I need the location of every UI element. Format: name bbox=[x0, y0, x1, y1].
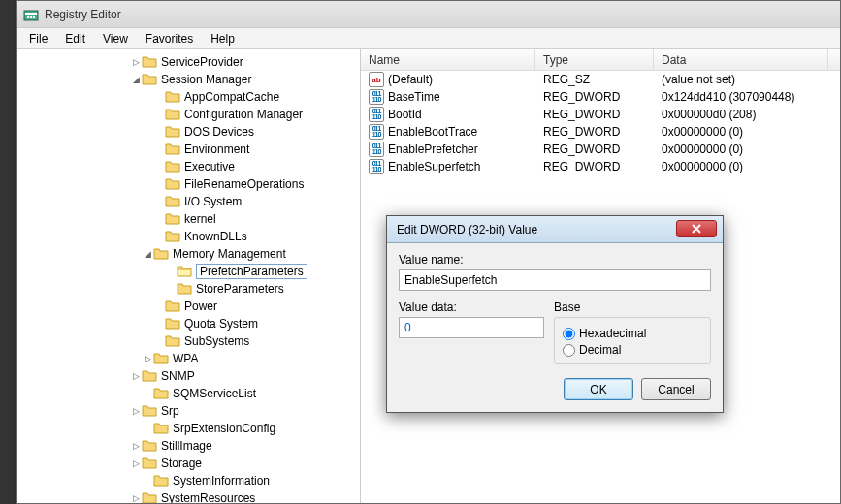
base-label: Base bbox=[554, 300, 711, 314]
tree-item-label: SystemInformation bbox=[173, 474, 274, 488]
tree-item[interactable]: ▷SystemResources bbox=[17, 489, 360, 503]
expand-icon[interactable]: ▷ bbox=[142, 354, 153, 363]
svg-point-2 bbox=[27, 16, 29, 17]
col-name[interactable]: Name bbox=[361, 49, 535, 70]
tree-item[interactable]: AppCompatCache bbox=[17, 88, 360, 106]
tree-item[interactable]: SubSystems bbox=[17, 332, 360, 350]
value-name: EnableSuperfetch bbox=[388, 160, 480, 173]
tree-item[interactable]: PrefetchParameters bbox=[17, 263, 360, 280]
list-row[interactable]: 011110BootIdREG_DWORD0x000000d0 (208) bbox=[361, 106, 840, 123]
tree-item[interactable]: SrpExtensionConfig bbox=[17, 420, 360, 437]
tree-item[interactable]: Quota System bbox=[17, 315, 360, 332]
tree-item-label: Session Manager bbox=[161, 73, 255, 86]
value-name: (Default) bbox=[388, 73, 433, 86]
tree-item-label: SrpExtensionConfig bbox=[173, 422, 279, 435]
dec-radio[interactable] bbox=[563, 344, 575, 357]
expand-icon[interactable]: ◢ bbox=[130, 75, 142, 84]
value-name-label: Value name: bbox=[399, 253, 711, 267]
tree-item[interactable]: Executive bbox=[17, 158, 360, 175]
tree-item[interactable]: ▷StillImage bbox=[17, 437, 360, 455]
menu-view[interactable]: View bbox=[95, 30, 136, 47]
svg-rect-1 bbox=[25, 13, 37, 15]
tree-item-label: Srp bbox=[161, 404, 183, 418]
list-row[interactable]: 011110EnablePrefetcherREG_DWORD0x0000000… bbox=[361, 141, 840, 158]
tree-item-label: StoreParameters bbox=[196, 282, 288, 296]
dword-value-icon: 011110 bbox=[369, 159, 384, 174]
tree-item-label: SystemResources bbox=[161, 491, 259, 503]
tree-item-label: Power bbox=[184, 299, 221, 313]
list-body: ab(Default)REG_SZ(value not set)011110Ba… bbox=[361, 71, 840, 175]
tree-item[interactable]: DOS Devices bbox=[17, 123, 360, 141]
tree-item[interactable]: ▷Srp bbox=[17, 402, 360, 420]
value-data: (value not set) bbox=[654, 73, 828, 86]
expand-icon[interactable]: ▷ bbox=[130, 57, 142, 67]
value-data: 0x124dd410 (307090448) bbox=[654, 90, 828, 104]
dword-value-icon: 011110 bbox=[369, 124, 384, 140]
value-name-field[interactable] bbox=[399, 269, 711, 291]
edit-dword-dialog: Edit DWORD (32-bit) Value Value name: Va… bbox=[386, 215, 724, 413]
base-groupbox: Hexadecimal Decimal bbox=[554, 317, 711, 364]
list-row[interactable]: 011110EnableBootTraceREG_DWORD0x00000000… bbox=[361, 123, 840, 141]
menu-edit[interactable]: Edit bbox=[57, 30, 93, 47]
dialog-titlebar[interactable]: Edit DWORD (32-bit) Value bbox=[387, 216, 723, 243]
tree-item[interactable]: ▷WPA bbox=[17, 350, 360, 367]
value-name: EnableBootTrace bbox=[388, 125, 477, 139]
col-type[interactable]: Type bbox=[535, 49, 654, 70]
expand-icon[interactable]: ◢ bbox=[142, 249, 153, 259]
hex-radio[interactable] bbox=[563, 328, 575, 340]
tree-item[interactable]: Configuration Manager bbox=[17, 106, 360, 123]
tree-item[interactable]: ◢Session Manager bbox=[17, 71, 360, 88]
value-type: REG_DWORD bbox=[535, 160, 654, 173]
tree-item[interactable]: ▷ServiceProvider bbox=[17, 53, 360, 71]
expand-icon[interactable]: ▷ bbox=[130, 458, 142, 468]
tree-item[interactable]: SQMServiceList bbox=[17, 385, 360, 402]
value-type: REG_DWORD bbox=[535, 142, 654, 156]
dec-label: Decimal bbox=[579, 343, 621, 357]
tree-item-label: WPA bbox=[173, 352, 202, 365]
value-name: BaseTime bbox=[388, 90, 440, 104]
tree-item[interactable]: Power bbox=[17, 298, 360, 315]
value-type: REG_DWORD bbox=[535, 108, 654, 121]
menubar: File Edit View Favorites Help bbox=[17, 28, 840, 49]
col-data[interactable]: Data bbox=[654, 49, 828, 70]
tree-pane[interactable]: ▷ServiceProvider◢Session ManagerAppCompa… bbox=[17, 49, 361, 503]
tree-item[interactable]: KnownDLLs bbox=[17, 228, 360, 245]
ok-button[interactable]: OK bbox=[564, 378, 633, 400]
dialog-title: Edit DWORD (32-bit) Value bbox=[397, 223, 537, 236]
value-data: 0x00000000 (0) bbox=[654, 125, 828, 139]
tree-item[interactable]: kernel bbox=[17, 210, 360, 228]
titlebar[interactable]: Registry Editor bbox=[17, 1, 840, 28]
expand-icon[interactable]: ▷ bbox=[130, 371, 142, 381]
window-title: Registry Editor bbox=[45, 8, 121, 21]
expand-icon[interactable]: ▷ bbox=[130, 406, 142, 416]
tree-item-label: Executive bbox=[184, 160, 239, 173]
dword-value-icon: 011110 bbox=[369, 89, 384, 105]
expand-icon[interactable]: ▷ bbox=[130, 493, 142, 503]
close-button[interactable] bbox=[676, 220, 717, 237]
tree-item[interactable]: ▷SNMP bbox=[17, 367, 360, 385]
menu-file[interactable]: File bbox=[21, 30, 55, 47]
tree-item[interactable]: SystemInformation bbox=[17, 472, 360, 489]
value-type: REG_DWORD bbox=[535, 125, 654, 139]
list-row[interactable]: ab(Default)REG_SZ(value not set) bbox=[361, 71, 840, 88]
tree-item[interactable]: Environment bbox=[17, 141, 360, 158]
tree-item-label: I/O System bbox=[184, 195, 245, 208]
cancel-button[interactable]: Cancel bbox=[641, 378, 711, 400]
string-value-icon: ab bbox=[369, 72, 384, 87]
tree-item[interactable]: FileRenameOperations bbox=[17, 175, 360, 193]
value-data-field[interactable] bbox=[399, 317, 544, 338]
tree-item[interactable]: StoreParameters bbox=[17, 280, 360, 298]
tree-item[interactable]: ◢Memory Management bbox=[17, 245, 360, 263]
list-row[interactable]: 011110EnableSuperfetchREG_DWORD0x0000000… bbox=[361, 158, 840, 175]
value-data-label: Value data: bbox=[399, 300, 544, 314]
menu-help[interactable]: Help bbox=[203, 30, 243, 47]
menu-favorites[interactable]: Favorites bbox=[138, 30, 201, 47]
expand-icon[interactable]: ▷ bbox=[130, 441, 142, 451]
svg-point-3 bbox=[30, 16, 32, 17]
tree-item[interactable]: ▷Storage bbox=[17, 455, 360, 472]
list-header: Name Type Data bbox=[361, 49, 840, 71]
tree-item[interactable]: I/O System bbox=[17, 193, 360, 210]
list-row[interactable]: 011110BaseTimeREG_DWORD0x124dd410 (30709… bbox=[361, 88, 840, 106]
tree-item-label: StillImage bbox=[161, 439, 216, 453]
app-icon bbox=[23, 7, 39, 22]
